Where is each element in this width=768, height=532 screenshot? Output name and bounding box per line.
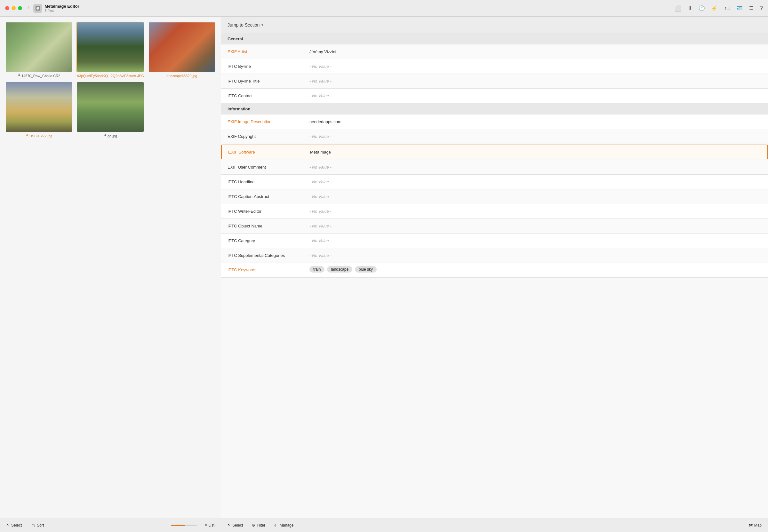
field-label: IPTC By-line Title xyxy=(221,75,304,87)
sort-label: Sort xyxy=(37,523,44,528)
table-row[interactable]: IPTC Contact - No Value - xyxy=(221,89,768,103)
field-label: IPTC Supplemental Categories xyxy=(221,250,304,261)
select-cursor-icon: ↖ xyxy=(6,523,10,528)
sort-icon: ⇅ xyxy=(32,523,35,528)
table-row[interactable]: IPTC Caption-Abstract - No Value - xyxy=(221,189,768,204)
keywords-area: train landscape blue sky xyxy=(304,263,382,276)
download-indicator-icon: ⬇ xyxy=(18,73,20,77)
manage-icon: 🏷 xyxy=(274,523,278,528)
table-row[interactable]: EXIF Image Description neededapps.com xyxy=(221,115,768,129)
keyword-tag[interactable]: landscape xyxy=(327,266,352,273)
field-value[interactable]: - No Value - xyxy=(304,131,768,142)
share-icon[interactable]: ↑□ xyxy=(724,5,730,11)
table-row[interactable]: EXIF Copyright - No Value - xyxy=(221,129,768,144)
field-value[interactable]: - No Value - xyxy=(304,220,768,232)
clock-icon[interactable]: 🕐 xyxy=(699,5,705,11)
left-panel: ⬇ 14570_Raw_Challe.CR2 A3pQuViEy54adKQ..… xyxy=(0,17,221,532)
download-indicator-icon: ⬇ xyxy=(104,133,107,137)
fields-area: General EXIF Artist Jérémy Vizzini IPTC … xyxy=(221,33,768,518)
field-value[interactable]: neededapps.com xyxy=(304,116,768,127)
field-value[interactable]: - No Value - xyxy=(304,235,768,246)
list-view-icon[interactable]: ☰ xyxy=(749,5,754,11)
add-tab-button[interactable]: + xyxy=(27,5,31,12)
list-icon: ≡ xyxy=(204,523,207,528)
jump-to-section-button[interactable]: Jump to Section ▾ xyxy=(228,22,263,28)
download-icon[interactable]: ⬇ xyxy=(688,5,692,11)
field-label: IPTC Headline xyxy=(221,176,304,187)
field-value[interactable]: - No Value - xyxy=(304,250,768,261)
field-value[interactable]: - No Value - xyxy=(304,191,768,202)
manage-button[interactable]: 🏷 Manage xyxy=(272,522,296,529)
field-value[interactable]: - No Value - xyxy=(304,206,768,217)
table-row[interactable]: IPTC Keywords train landscape blue sky xyxy=(221,263,768,278)
table-row[interactable]: IPTC Writer-Editor - No Value - xyxy=(221,204,768,219)
close-button[interactable] xyxy=(5,6,9,10)
fullscreen-button[interactable] xyxy=(18,6,22,10)
keyword-tag[interactable]: blue sky xyxy=(355,266,377,273)
table-row[interactable]: IPTC Supplemental Categories - No Value … xyxy=(221,248,768,263)
table-row[interactable]: IPTC Headline - No Value - xyxy=(221,175,768,189)
lightning-icon[interactable]: ⚡ xyxy=(711,5,718,11)
list-item[interactable]: ⬇ go.jpg xyxy=(76,82,144,138)
field-value[interactable]: - No Value - xyxy=(304,61,768,72)
table-row[interactable]: IPTC Category - No Value - xyxy=(221,234,768,248)
table-row[interactable]: EXIF User Comment - No Value - xyxy=(221,160,768,175)
image-filename: andscape68329.jpg xyxy=(166,74,197,78)
image-filename: 14570_Raw_Challe.CR2 xyxy=(21,74,60,78)
map-button[interactable]: 🗺 Map xyxy=(746,522,764,529)
list-item[interactable]: ⬇ DSC01272.jpg xyxy=(5,82,73,138)
field-label: EXIF Copyright xyxy=(221,131,304,142)
field-value[interactable]: MetaImage xyxy=(305,147,767,158)
manage-label: Manage xyxy=(280,523,293,528)
card-icon[interactable]: 🪪 xyxy=(736,5,743,11)
help-icon[interactable]: ? xyxy=(760,5,763,11)
list-view-button[interactable]: ≡ List xyxy=(202,522,217,529)
list-item[interactable]: ⬇ 14570_Raw_Challe.CR2 xyxy=(5,22,73,78)
table-row[interactable]: IPTC By-line Title - No Value - xyxy=(221,74,768,89)
table-row[interactable]: IPTC By-line - No Value - xyxy=(221,59,768,74)
jump-bar: Jump to Section ▾ xyxy=(221,17,768,33)
bottom-bar-left: ↖ Select ⇅ Sort ≡ List xyxy=(0,518,221,532)
table-row[interactable]: EXIF Software MetaImage xyxy=(221,145,768,159)
image-filename: go.jpg xyxy=(108,134,117,138)
titlebar: + MetaImage Editor 5 files ⬜ ⬇ 🕐 ⚡ ↑□ 🪪 … xyxy=(0,0,768,17)
image-filename: DSC01272.jpg xyxy=(29,134,52,138)
image-grid: ⬇ 14570_Raw_Challe.CR2 A3pQuViEy54adKQ..… xyxy=(0,17,221,518)
svg-point-1 xyxy=(36,7,39,10)
table-row[interactable]: EXIF Artist Jérémy Vizzini xyxy=(221,44,768,59)
select-label: Select xyxy=(11,523,22,528)
field-value[interactable]: - No Value - xyxy=(304,90,768,101)
list-item[interactable]: andscape68329.jpg xyxy=(148,22,216,78)
filter-button[interactable]: ⊙ Filter xyxy=(249,522,268,529)
image-label-row: ⬇ 14570_Raw_Challe.CR2 xyxy=(18,72,60,78)
image-thumbnail xyxy=(5,82,73,132)
field-label: EXIF Artist xyxy=(221,46,304,57)
map-icon: 🗺 xyxy=(749,523,753,528)
field-value[interactable]: Jérémy Vizzini xyxy=(304,46,768,57)
image-bg xyxy=(77,22,143,72)
app-title-block: MetaImage Editor 5 files xyxy=(45,4,79,12)
field-value[interactable]: - No Value - xyxy=(304,176,768,187)
list-item[interactable]: A3pQuViEy54adKQ...2Q2nSvlF8cuvA.JPG xyxy=(76,22,144,78)
select-button[interactable]: ↖ Select xyxy=(4,522,24,529)
select-button-right[interactable]: ↖ Select xyxy=(225,522,245,529)
field-label: IPTC Object Name xyxy=(221,220,304,232)
field-value[interactable]: - No Value - xyxy=(304,75,768,87)
image-bg xyxy=(6,22,72,72)
image-bg xyxy=(149,22,215,72)
select-cursor-icon-right: ↖ xyxy=(228,523,231,528)
field-value[interactable]: - No Value - xyxy=(304,162,768,173)
image-bg xyxy=(77,82,143,131)
chevron-down-icon: ▾ xyxy=(261,23,263,27)
field-label: IPTC Category xyxy=(221,235,304,246)
image-filename: A3pQuViEy54adKQ...2Q2nSvlF8cuvA.JPG xyxy=(77,74,144,78)
export-icon[interactable]: ⬜ xyxy=(675,5,682,12)
minimize-button[interactable] xyxy=(12,6,16,10)
zoom-slider-fill xyxy=(171,525,185,526)
traffic-lights xyxy=(5,6,22,10)
table-row[interactable]: IPTC Object Name - No Value - xyxy=(221,219,768,234)
zoom-slider[interactable] xyxy=(171,525,197,526)
keyword-tag[interactable]: train xyxy=(309,266,324,273)
sort-button[interactable]: ⇅ Sort xyxy=(29,522,46,529)
app-subtitle: 5 files xyxy=(45,9,79,12)
